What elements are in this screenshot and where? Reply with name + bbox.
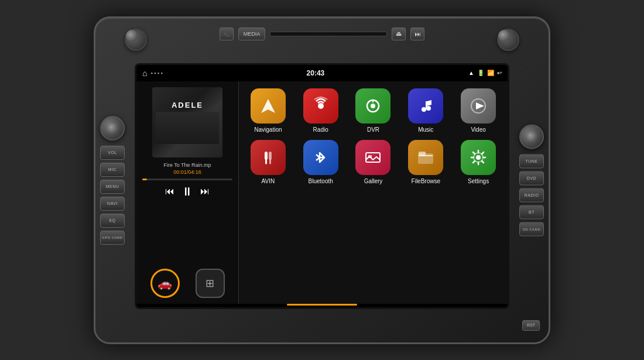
- app-img-filebrowser: [408, 140, 443, 175]
- album-art: ADELE: [152, 87, 222, 157]
- mic-button[interactable]: MIC: [100, 163, 125, 177]
- status-left: ⌂ ▪ ▪ ▪ ▪: [142, 68, 163, 78]
- car-head-unit: 📞 MEDIA ⏏ ⏭ VOL MIC MENU NAVI EQ GPS CAR…: [94, 16, 550, 344]
- rst-button[interactable]: RST: [522, 320, 540, 331]
- app-label-navigation: Navigation: [254, 126, 282, 133]
- app-icon-gallery[interactable]: Gallery: [352, 140, 393, 184]
- gps-card-label: GPS CARD: [100, 231, 125, 245]
- status-time: 20:43: [307, 69, 325, 77]
- home-icon[interactable]: ⌂: [142, 68, 147, 78]
- app-img-settings: [461, 140, 496, 175]
- app-icon-music[interactable]: Music: [405, 88, 446, 133]
- app-label-bluetooth: Bluetooth: [309, 178, 333, 184]
- notification-icons: ▪ ▪ ▪ ▪: [150, 70, 162, 76]
- song-time: 00:01/04:16: [142, 169, 232, 175]
- eq-button[interactable]: EQ: [100, 214, 125, 228]
- app-img-navigation: [251, 88, 286, 124]
- bottom-bar: [136, 304, 508, 307]
- app-img-radio: [303, 88, 338, 124]
- menu-button[interactable]: MENU: [100, 180, 125, 194]
- right-side-buttons: TUNE DVD RADIO BT SD CARD: [519, 124, 544, 236]
- svg-point-4: [426, 106, 431, 111]
- main-screen: ⌂ ▪ ▪ ▪ ▪ 20:43 ▲ 🔋 📶 ↩ ADELE: [135, 63, 509, 309]
- progress-fill: [142, 179, 147, 180]
- app-icon-video[interactable]: Video: [458, 88, 499, 133]
- app-row-2: AVIN Bluetooth Gallery FileBrowse Settin…: [245, 140, 502, 184]
- radio-button[interactable]: RADIO: [519, 188, 544, 202]
- right-tune-knob[interactable]: [497, 29, 519, 51]
- app-row-1: Navigation Radio DVR Music Video: [245, 88, 502, 133]
- tune-knob[interactable]: [519, 124, 544, 149]
- song-title: Fire To The Rain.mp: [142, 162, 232, 168]
- main-content: ADELE Fire To The Rain.mp 00:01/04:16 ⏮ …: [136, 81, 508, 304]
- artist-name: ADELE: [172, 101, 203, 109]
- svg-rect-12: [419, 152, 426, 156]
- tune-label: TUNE: [519, 154, 544, 168]
- app-label-avin: AVIN: [262, 178, 275, 184]
- skip-button[interactable]: ⏭: [410, 28, 424, 40]
- media-button[interactable]: MEDIA: [238, 28, 266, 40]
- app-label-video: Video: [471, 126, 485, 133]
- svg-rect-7: [265, 152, 268, 160]
- music-player: ADELE Fire To The Rain.mp 00:01/04:16 ⏮ …: [136, 81, 239, 304]
- top-controls: 📞 MEDIA ⏏ ⏭: [154, 28, 490, 40]
- app-img-music: [408, 88, 443, 124]
- battery-icon: 🔋: [477, 70, 484, 76]
- app-icon-dvr[interactable]: DVR: [352, 88, 393, 133]
- app-label-radio: Radio: [313, 126, 328, 133]
- svg-point-2: [371, 104, 375, 108]
- vol-knob[interactable]: [100, 116, 125, 140]
- app-icon-radio[interactable]: Radio: [300, 88, 341, 133]
- back-icon[interactable]: ↩: [497, 70, 502, 76]
- grid-icon-button[interactable]: ⊞: [196, 269, 225, 298]
- app-img-gallery: [355, 140, 390, 175]
- top-bar: 📞 MEDIA ⏏ ⏭: [131, 25, 513, 43]
- dvd-button[interactable]: DVD: [519, 171, 544, 185]
- app-grid: Navigation Radio DVR Music Video AVIN: [239, 81, 508, 304]
- app-label-dvr: DVR: [367, 126, 379, 133]
- next-button[interactable]: ⏭: [200, 186, 210, 197]
- left-volume-knob[interactable]: [125, 29, 147, 51]
- app-img-video: [461, 88, 496, 124]
- bottom-icons: 🚗 ⊞: [142, 269, 232, 298]
- svg-rect-8: [269, 152, 272, 160]
- app-label-gallery: Gallery: [364, 178, 383, 184]
- app-icon-bluetooth[interactable]: Bluetooth: [300, 140, 341, 184]
- phone-button[interactable]: 📞: [220, 28, 234, 40]
- svg-point-3: [422, 107, 426, 112]
- app-icon-avin[interactable]: AVIN: [248, 140, 289, 184]
- app-img-avin: [251, 140, 286, 175]
- grid-icon: ⊞: [205, 277, 214, 290]
- progress-bar[interactable]: [142, 179, 232, 180]
- indicator-line: [287, 304, 357, 306]
- signal-icon: 📶: [487, 70, 494, 76]
- left-side-buttons: VOL MIC MENU NAVI EQ GPS CARD: [100, 116, 125, 245]
- status-bar: ⌂ ▪ ▪ ▪ ▪ 20:43 ▲ 🔋 📶 ↩: [136, 65, 508, 81]
- eject-button[interactable]: ⏏: [392, 28, 406, 40]
- playback-controls: ⏮ ⏸ ⏭: [142, 185, 232, 198]
- wifi-icon: ▲: [468, 70, 474, 76]
- app-label-settings: Settings: [468, 178, 489, 184]
- navi-button[interactable]: NAVI: [100, 197, 125, 211]
- app-icon-settings[interactable]: Settings: [458, 140, 499, 184]
- app-icon-navigation[interactable]: Navigation: [248, 88, 289, 133]
- cd-slot: [270, 32, 387, 36]
- svg-point-13: [476, 155, 481, 160]
- app-icon-filebrowser[interactable]: FileBrowse: [405, 140, 446, 184]
- status-right: ▲ 🔋 📶 ↩: [468, 70, 502, 76]
- prev-button[interactable]: ⏮: [165, 186, 174, 197]
- car-icon-button[interactable]: 🚗: [150, 269, 180, 298]
- pause-button[interactable]: ⏸: [181, 185, 193, 198]
- bt-button[interactable]: BT: [519, 205, 544, 219]
- svg-marker-6: [476, 102, 484, 109]
- vol-label: VOL: [100, 146, 125, 160]
- app-img-bluetooth: [303, 140, 338, 175]
- app-label-music: Music: [418, 126, 433, 133]
- app-img-dvr: [355, 88, 390, 124]
- sd-card-label: SD CARD: [519, 222, 544, 236]
- svg-point-0: [318, 103, 324, 109]
- car-icon: 🚗: [157, 276, 172, 290]
- android-ui: ⌂ ▪ ▪ ▪ ▪ 20:43 ▲ 🔋 📶 ↩ ADELE: [136, 65, 508, 307]
- app-label-filebrowser: FileBrowse: [412, 178, 440, 184]
